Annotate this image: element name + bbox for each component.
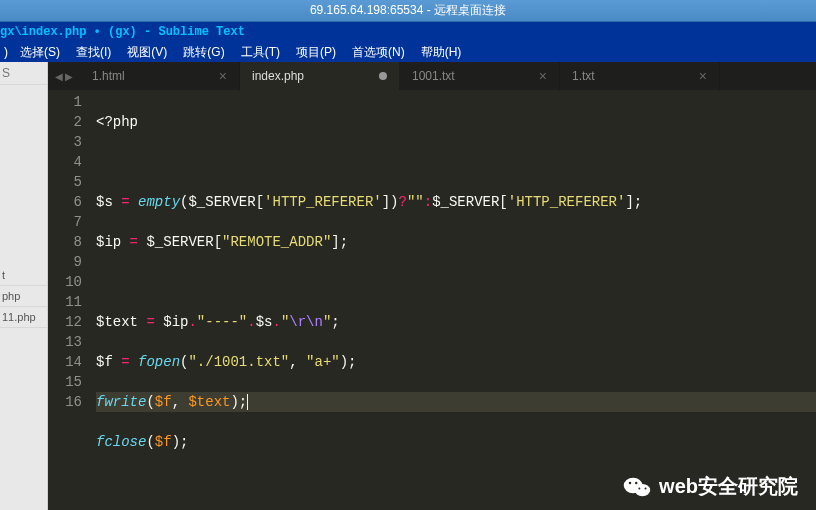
sublime-title-bar: gx\index.php • (gx) - Sublime Text (0, 22, 816, 42)
gutter-line: 13 (48, 332, 82, 352)
tab-label: 1.txt (572, 69, 595, 83)
code-line-7: $f = fopen("./1001.txt", "a+"); (96, 352, 816, 372)
code-line-3: $s = empty($_SERVER['HTTP_REFERER'])?"":… (96, 192, 816, 212)
code-content[interactable]: <?php $s = empty($_SERVER['HTTP_REFERER'… (90, 90, 816, 510)
sidebar: S t php 11.php (0, 62, 48, 510)
gutter-line: 11 (48, 292, 82, 312)
main-area: S t php 11.php ◀ ▶ 1.html × index.php 10… (0, 62, 816, 510)
gutter-line: 1 (48, 92, 82, 112)
close-icon[interactable]: × (699, 68, 707, 84)
code-line-6: $text = $ip."----".$s."\r\n"; (96, 312, 816, 332)
code-line-5 (96, 272, 816, 292)
gutter-line: 6 (48, 192, 82, 212)
sidebar-file-3[interactable]: 11.php (0, 307, 47, 328)
tab-nav[interactable]: ◀ ▶ (48, 62, 80, 90)
watermark-text: web安全研究院 (659, 473, 798, 500)
tab-label: 1001.txt (412, 69, 455, 83)
svg-point-5 (645, 487, 647, 489)
gutter-line: 14 (48, 352, 82, 372)
wechat-icon (623, 475, 651, 499)
rdp-title-text: 69.165.64.198:65534 - 远程桌面连接 (310, 2, 506, 19)
svg-point-2 (629, 481, 631, 483)
text-cursor (247, 394, 248, 410)
gutter-line: 3 (48, 132, 82, 152)
tab-label: index.php (252, 69, 304, 83)
gutter-line: 5 (48, 172, 82, 192)
tab-1001txt[interactable]: 1001.txt × (400, 62, 560, 90)
menu-tools[interactable]: 工具(T) (237, 44, 284, 61)
menu-goto[interactable]: 跳转(G) (179, 44, 228, 61)
code-line-9: fclose($f); (96, 432, 816, 452)
menu-find[interactable]: 查找(I) (72, 44, 115, 61)
editor-area: ◀ ▶ 1.html × index.php 1001.txt × 1.txt … (48, 62, 816, 510)
tab-1txt[interactable]: 1.txt × (560, 62, 720, 90)
menu-help[interactable]: 帮助(H) (417, 44, 466, 61)
svg-point-4 (638, 487, 640, 489)
sublime-title-text: gx\index.php • (gx) - Sublime Text (0, 25, 245, 39)
menu-sep: ) (4, 45, 8, 59)
svg-point-1 (635, 483, 651, 495)
gutter-line: 2 (48, 112, 82, 132)
code-line-4: $ip = $_SERVER["REMOTE_ADDR"]; (96, 232, 816, 252)
tab-label: 1.html (92, 69, 125, 83)
rdp-title-bar: 69.165.64.198:65534 - 远程桌面连接 (0, 0, 816, 22)
menu-prefs[interactable]: 首选项(N) (348, 44, 409, 61)
code-area[interactable]: 1 2 3 4 5 6 7 8 9 10 11 12 13 14 15 16 <… (48, 90, 816, 510)
gutter-line: 4 (48, 152, 82, 172)
sidebar-file-2[interactable]: php (0, 286, 47, 307)
tab-prev-icon[interactable]: ◀ (55, 71, 63, 82)
tab-bar: ◀ ▶ 1.html × index.php 1001.txt × 1.txt … (48, 62, 816, 90)
gutter-line: 9 (48, 252, 82, 272)
close-icon[interactable]: × (219, 68, 227, 84)
sidebar-spacer (0, 85, 47, 265)
tab-next-icon[interactable]: ▶ (65, 71, 73, 82)
menu-select[interactable]: 选择(S) (16, 44, 64, 61)
code-line-1: <?php (96, 112, 816, 132)
sidebar-folders-header: S (0, 62, 47, 85)
tab-1html[interactable]: 1.html × (80, 62, 240, 90)
watermark: web安全研究院 (623, 473, 798, 500)
gutter-line: 15 (48, 372, 82, 392)
code-line-2 (96, 152, 816, 172)
gutter-line: 10 (48, 272, 82, 292)
gutter: 1 2 3 4 5 6 7 8 9 10 11 12 13 14 15 16 (48, 90, 90, 510)
sidebar-file-1[interactable]: t (0, 265, 47, 286)
menu-bar: ) 选择(S) 查找(I) 视图(V) 跳转(G) 工具(T) 项目(P) 首选… (0, 42, 816, 62)
dirty-dot-icon[interactable] (379, 72, 387, 80)
code-line-8: fwrite($f, $text); (96, 392, 816, 412)
gutter-line: 12 (48, 312, 82, 332)
svg-point-3 (635, 481, 637, 483)
tab-indexphp[interactable]: index.php (240, 62, 400, 90)
close-icon[interactable]: × (539, 68, 547, 84)
gutter-line: 7 (48, 212, 82, 232)
gutter-line: 16 (48, 392, 82, 412)
gutter-line: 8 (48, 232, 82, 252)
menu-project[interactable]: 项目(P) (292, 44, 340, 61)
menu-view[interactable]: 视图(V) (123, 44, 171, 61)
